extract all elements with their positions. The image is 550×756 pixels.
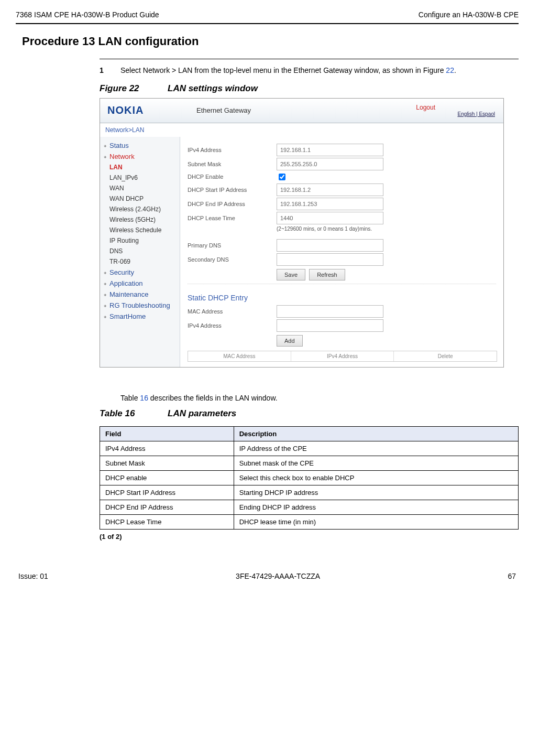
main-form: IPv4 Address Subnet Mask DHCP Enable DHC…: [180, 137, 503, 367]
table-row: DHCP Lease TimeDHCP lease time (in min): [100, 514, 519, 529]
label-dhcp-enable: DHCP Enable: [188, 174, 277, 180]
lease-hint: (2~129600 mins, or 0 means 1 day)mins.: [277, 226, 496, 232]
label-sdns: Secondary DNS: [188, 256, 277, 263]
header-right: Configure an HA-030W-B CPE: [419, 10, 519, 19]
label-subnet: Subnet Mask: [188, 161, 277, 167]
th-description: Description: [234, 426, 518, 441]
sidebar-item-application[interactable]: Application: [100, 278, 180, 289]
sidebar: Status Network LAN LAN_IPv6 WAN WAN DHCP…: [100, 137, 180, 367]
col-mac: MAC Address: [188, 351, 291, 361]
breadcrumb: Network>LAN: [100, 123, 503, 137]
th-field: Field: [100, 426, 234, 441]
figure-link[interactable]: 22: [446, 66, 454, 74]
footer-pagenum: 67: [508, 572, 516, 580]
footer-docid: 3FE-47429-AAAA-TCZZA: [236, 572, 320, 580]
sidebar-item-network[interactable]: Network: [100, 151, 180, 162]
input-dhcp-start[interactable]: [277, 183, 383, 196]
table-caption: Table 16LAN parameters: [100, 408, 519, 419]
input-subnet[interactable]: [277, 158, 383, 170]
sidebar-item-rg-troubleshooting[interactable]: RG Troubleshooting: [100, 300, 180, 311]
input-lease[interactable]: [277, 212, 383, 224]
input-ipv4b[interactable]: [277, 319, 383, 332]
add-button[interactable]: Add: [277, 335, 303, 347]
input-sdns[interactable]: [277, 253, 383, 266]
checkbox-dhcp-enable[interactable]: [279, 174, 285, 180]
static-dhcp-heading: Static DHCP Entry: [188, 294, 496, 302]
sidebar-item-lan[interactable]: LAN: [100, 162, 180, 172]
input-ipv4[interactable]: [277, 144, 383, 156]
sidebar-item-security[interactable]: Security: [100, 267, 180, 278]
table-description: Table 16 describes the fields in the LAN…: [120, 394, 519, 402]
sidebar-item-wan-dhcp[interactable]: WAN DHCP: [100, 193, 180, 204]
step-text: Select Network > LAN from the top-level …: [120, 66, 456, 76]
lan-parameters-table: Field Description IPv4 AddressIP Address…: [100, 426, 519, 530]
label-mac: MAC Address: [188, 308, 277, 315]
sidebar-item-dns[interactable]: DNS: [100, 246, 180, 256]
sidebar-item-status[interactable]: Status: [100, 140, 180, 151]
step-1: 1 Select Network > LAN from the top-leve…: [100, 66, 519, 76]
col-ip: IPv4 Address: [291, 351, 394, 361]
table-row: DHCP End IP AddressEnding DHCP IP addres…: [100, 500, 519, 514]
col-delete: Delete: [394, 351, 497, 361]
sidebar-item-tr069[interactable]: TR-069: [100, 256, 180, 267]
label-lease: DHCP Lease Time: [188, 215, 277, 221]
procedure-title: Procedure 13 LAN configuration: [22, 35, 519, 48]
sidebar-item-wireless-24[interactable]: Wireless (2.4GHz): [100, 204, 180, 214]
table-page-note: (1 of 2): [100, 533, 519, 541]
table-link[interactable]: 16: [140, 394, 148, 402]
sidebar-item-wireless-5[interactable]: Wireless (5GHz): [100, 214, 180, 225]
figure-caption: Figure 22LAN settings window: [100, 83, 519, 94]
table-row: DHCP enableSelect this check box to enab…: [100, 470, 519, 485]
table-row: IPv4 AddressIP Address of the CPE: [100, 441, 519, 456]
header-left: 7368 ISAM CPE HA-030W-B Product Guide: [16, 10, 159, 19]
lan-settings-screenshot: NOKIA Ethernet Gateway Logout English | …: [100, 98, 504, 368]
input-dhcp-end[interactable]: [277, 198, 383, 210]
label-pdns: Primary DNS: [188, 242, 277, 249]
label-ipv4: IPv4 Address: [188, 147, 277, 153]
label-ipv4b: IPv4 Address: [188, 322, 277, 329]
step-number: 1: [100, 66, 120, 76]
sidebar-item-smarthome[interactable]: SmartHome: [100, 311, 180, 322]
sidebar-item-lan-ipv6[interactable]: LAN_IPv6: [100, 172, 180, 183]
logout-link[interactable]: Logout: [416, 104, 435, 111]
table-row: Subnet MaskSubnet mask of the CPE: [100, 456, 519, 470]
sidebar-item-wireless-schedule[interactable]: Wireless Schedule: [100, 225, 180, 235]
language-links[interactable]: English | Espaol: [457, 111, 495, 117]
table-row: DHCP Start IP AddressStarting DHCP IP ad…: [100, 485, 519, 500]
input-mac[interactable]: [277, 305, 383, 318]
nokia-logo: NOKIA: [107, 104, 186, 116]
sidebar-item-maintenance[interactable]: Maintenance: [100, 289, 180, 300]
refresh-button[interactable]: Refresh: [309, 269, 345, 280]
footer-issue: Issue: 01: [18, 572, 48, 580]
static-dhcp-table: MAC Address IPv4 Address Delete: [188, 351, 497, 362]
header-rule: [16, 23, 519, 24]
label-dhcp-end: DHCP End IP Address: [188, 201, 277, 207]
save-button[interactable]: Save: [277, 269, 305, 280]
sidebar-item-wan[interactable]: WAN: [100, 183, 180, 193]
label-dhcp-start: DHCP Start IP Address: [188, 187, 277, 193]
gateway-title: Ethernet Gateway: [196, 106, 251, 114]
input-pdns[interactable]: [277, 239, 383, 252]
sidebar-item-ip-routing[interactable]: IP Routing: [100, 235, 180, 246]
